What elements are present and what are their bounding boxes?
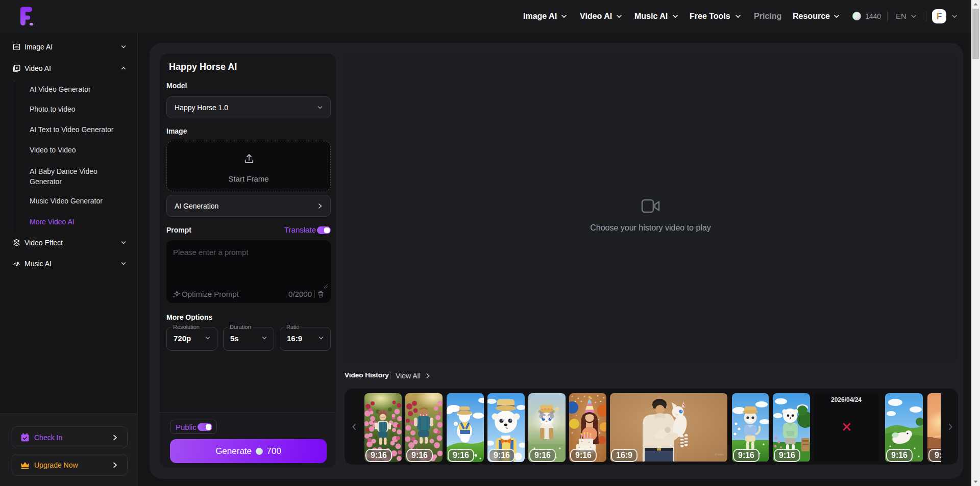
svg-text:AI video: AI video (715, 453, 724, 456)
